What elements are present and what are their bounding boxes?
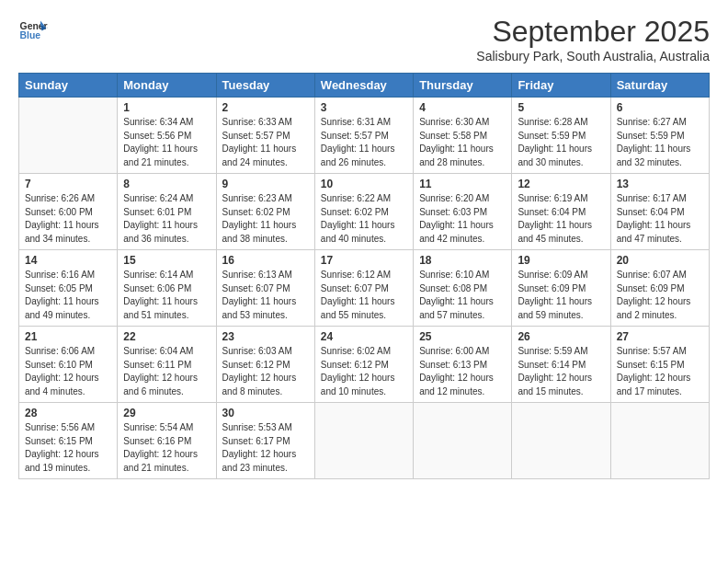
day-info: Sunrise: 6:13 AM Sunset: 6:07 PM Dayligh…	[222, 269, 309, 322]
day-info: Sunrise: 6:20 AM Sunset: 6:03 PM Dayligh…	[419, 192, 506, 246]
calendar-cell: 6Sunrise: 6:27 AM Sunset: 5:59 PM Daylig…	[610, 98, 709, 174]
day-number: 22	[123, 330, 210, 343]
calendar-cell	[414, 403, 512, 479]
day-info: Sunrise: 6:17 AM Sunset: 6:04 PM Dayligh…	[617, 192, 703, 246]
day-number: 3	[321, 101, 407, 114]
day-number: 16	[222, 254, 309, 267]
day-number: 1	[123, 101, 210, 114]
day-number: 8	[123, 178, 210, 190]
column-header-monday: Monday	[118, 74, 216, 98]
day-info: Sunrise: 6:12 AM Sunset: 6:07 PM Dayligh…	[321, 269, 407, 322]
month-title: September 2025	[476, 15, 710, 49]
day-number: 13	[617, 178, 703, 190]
location-subtitle: Salisbury Park, South Australia, Austral…	[476, 49, 710, 63]
calendar-cell: 3Sunrise: 6:31 AM Sunset: 5:57 PM Daylig…	[314, 98, 413, 174]
day-number: 4	[419, 101, 506, 114]
calendar-cell	[19, 98, 118, 174]
day-info: Sunrise: 5:56 AM Sunset: 6:15 PM Dayligh…	[25, 421, 111, 475]
day-number: 25	[419, 330, 506, 343]
logo-icon: General Blue	[18, 15, 48, 44]
day-number: 5	[518, 101, 604, 114]
column-header-saturday: Saturday	[610, 74, 709, 98]
calendar-cell	[610, 403, 709, 479]
column-header-friday: Friday	[512, 74, 610, 98]
calendar-cell: 28Sunrise: 5:56 AM Sunset: 6:15 PM Dayli…	[19, 403, 118, 479]
calendar-cell: 11Sunrise: 6:20 AM Sunset: 6:03 PM Dayli…	[414, 174, 512, 250]
day-info: Sunrise: 5:53 AM Sunset: 6:17 PM Dayligh…	[222, 421, 309, 475]
day-number: 12	[518, 178, 604, 190]
day-info: Sunrise: 5:59 AM Sunset: 6:14 PM Dayligh…	[518, 345, 604, 398]
calendar-cell: 8Sunrise: 6:24 AM Sunset: 6:01 PM Daylig…	[118, 174, 216, 250]
day-number: 27	[617, 330, 703, 343]
calendar-cell: 4Sunrise: 6:30 AM Sunset: 5:58 PM Daylig…	[414, 98, 512, 174]
day-number: 2	[222, 101, 309, 114]
calendar-cell: 9Sunrise: 6:23 AM Sunset: 6:02 PM Daylig…	[216, 174, 314, 250]
day-info: Sunrise: 6:34 AM Sunset: 5:56 PM Dayligh…	[123, 116, 210, 169]
day-number: 28	[25, 407, 111, 419]
calendar-cell: 15Sunrise: 6:14 AM Sunset: 6:06 PM Dayli…	[118, 250, 216, 327]
calendar-cell: 18Sunrise: 6:10 AM Sunset: 6:08 PM Dayli…	[414, 250, 512, 327]
day-info: Sunrise: 6:16 AM Sunset: 6:05 PM Dayligh…	[25, 269, 111, 322]
day-info: Sunrise: 6:24 AM Sunset: 6:01 PM Dayligh…	[123, 192, 210, 246]
day-number: 26	[518, 330, 604, 343]
day-info: Sunrise: 6:31 AM Sunset: 5:57 PM Dayligh…	[321, 116, 407, 169]
calendar-cell: 10Sunrise: 6:22 AM Sunset: 6:02 PM Dayli…	[314, 174, 413, 250]
calendar-cell: 26Sunrise: 5:59 AM Sunset: 6:14 PM Dayli…	[512, 327, 610, 403]
day-number: 14	[25, 254, 111, 267]
calendar-cell: 12Sunrise: 6:19 AM Sunset: 6:04 PM Dayli…	[512, 174, 610, 250]
day-number: 11	[419, 178, 506, 190]
calendar-header-row: SundayMondayTuesdayWednesdayThursdayFrid…	[19, 74, 710, 98]
calendar-cell	[314, 403, 413, 479]
calendar-cell: 17Sunrise: 6:12 AM Sunset: 6:07 PM Dayli…	[314, 250, 413, 327]
day-number: 10	[321, 178, 407, 190]
calendar-cell: 20Sunrise: 6:07 AM Sunset: 6:09 PM Dayli…	[610, 250, 709, 327]
calendar-cell: 1Sunrise: 6:34 AM Sunset: 5:56 PM Daylig…	[118, 98, 216, 174]
day-number: 24	[321, 330, 407, 343]
day-number: 23	[222, 330, 309, 343]
calendar-cell: 13Sunrise: 6:17 AM Sunset: 6:04 PM Dayli…	[610, 174, 709, 250]
day-info: Sunrise: 6:10 AM Sunset: 6:08 PM Dayligh…	[419, 269, 506, 322]
day-number: 21	[25, 330, 111, 343]
calendar-cell: 5Sunrise: 6:28 AM Sunset: 5:59 PM Daylig…	[512, 98, 610, 174]
day-info: Sunrise: 6:22 AM Sunset: 6:02 PM Dayligh…	[321, 192, 407, 246]
day-info: Sunrise: 6:03 AM Sunset: 6:12 PM Dayligh…	[222, 345, 309, 398]
column-header-wednesday: Wednesday	[314, 74, 413, 98]
calendar-cell: 22Sunrise: 6:04 AM Sunset: 6:11 PM Dayli…	[118, 327, 216, 403]
calendar-cell: 30Sunrise: 5:53 AM Sunset: 6:17 PM Dayli…	[216, 403, 314, 479]
day-info: Sunrise: 6:14 AM Sunset: 6:06 PM Dayligh…	[123, 269, 210, 322]
calendar-week-row: 28Sunrise: 5:56 AM Sunset: 6:15 PM Dayli…	[19, 403, 710, 479]
calendar-cell: 7Sunrise: 6:26 AM Sunset: 6:00 PM Daylig…	[19, 174, 118, 250]
day-number: 20	[617, 254, 703, 267]
day-info: Sunrise: 5:57 AM Sunset: 6:15 PM Dayligh…	[617, 345, 703, 398]
title-area: September 2025 Salisbury Park, South Aus…	[476, 15, 710, 63]
calendar-week-row: 21Sunrise: 6:06 AM Sunset: 6:10 PM Dayli…	[19, 327, 710, 403]
day-info: Sunrise: 6:02 AM Sunset: 6:12 PM Dayligh…	[321, 345, 407, 398]
day-number: 15	[123, 254, 210, 267]
day-info: Sunrise: 6:07 AM Sunset: 6:09 PM Dayligh…	[617, 269, 703, 322]
calendar-cell: 24Sunrise: 6:02 AM Sunset: 6:12 PM Dayli…	[314, 327, 413, 403]
day-info: Sunrise: 6:09 AM Sunset: 6:09 PM Dayligh…	[518, 269, 604, 322]
day-info: Sunrise: 6:04 AM Sunset: 6:11 PM Dayligh…	[123, 345, 210, 398]
day-info: Sunrise: 6:06 AM Sunset: 6:10 PM Dayligh…	[25, 345, 111, 398]
calendar-cell: 14Sunrise: 6:16 AM Sunset: 6:05 PM Dayli…	[19, 250, 118, 327]
svg-text:Blue: Blue	[20, 30, 41, 40]
logo: General Blue	[18, 15, 48, 44]
day-info: Sunrise: 6:23 AM Sunset: 6:02 PM Dayligh…	[222, 192, 309, 246]
calendar-cell: 21Sunrise: 6:06 AM Sunset: 6:10 PM Dayli…	[19, 327, 118, 403]
day-info: Sunrise: 6:19 AM Sunset: 6:04 PM Dayligh…	[518, 192, 604, 246]
calendar-week-row: 7Sunrise: 6:26 AM Sunset: 6:00 PM Daylig…	[19, 174, 710, 250]
calendar-cell: 2Sunrise: 6:33 AM Sunset: 5:57 PM Daylig…	[216, 98, 314, 174]
column-header-sunday: Sunday	[19, 74, 118, 98]
day-number: 9	[222, 178, 309, 190]
day-info: Sunrise: 6:28 AM Sunset: 5:59 PM Dayligh…	[518, 116, 604, 169]
calendar-cell	[512, 403, 610, 479]
page-header: General Blue September 2025 Salisbury Pa…	[18, 15, 710, 63]
day-info: Sunrise: 6:30 AM Sunset: 5:58 PM Dayligh…	[419, 116, 506, 169]
day-number: 19	[518, 254, 604, 267]
day-info: Sunrise: 6:00 AM Sunset: 6:13 PM Dayligh…	[419, 345, 506, 398]
day-info: Sunrise: 6:27 AM Sunset: 5:59 PM Dayligh…	[617, 116, 703, 169]
calendar-table: SundayMondayTuesdayWednesdayThursdayFrid…	[18, 73, 710, 479]
calendar-cell: 25Sunrise: 6:00 AM Sunset: 6:13 PM Dayli…	[414, 327, 512, 403]
day-number: 7	[25, 178, 111, 190]
calendar-cell: 16Sunrise: 6:13 AM Sunset: 6:07 PM Dayli…	[216, 250, 314, 327]
